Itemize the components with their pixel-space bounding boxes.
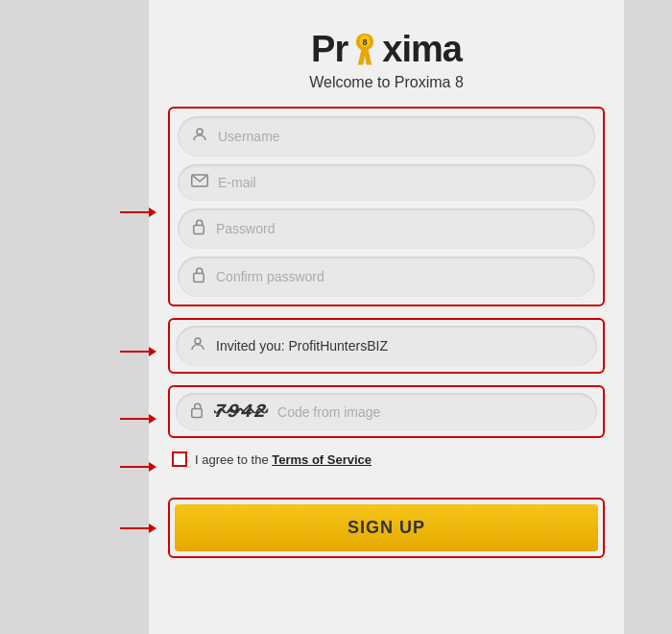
terms-row: I agree to the Terms of Service — [168, 451, 605, 467]
signup-button-box: SIGN UP — [168, 498, 605, 558]
invited-user-icon — [189, 335, 206, 356]
invited-box — [168, 318, 605, 374]
captcha-input[interactable] — [277, 404, 584, 420]
arrow-captcha — [120, 414, 156, 424]
confirm-password-field[interactable] — [178, 256, 595, 297]
password-field[interactable] — [178, 208, 595, 249]
main-form-box — [168, 107, 605, 306]
captcha-inner[interactable]: 7942 — [176, 393, 597, 430]
terms-checkbox[interactable] — [172, 451, 187, 467]
username-input[interactable] — [218, 129, 582, 144]
captcha-lock-icon — [189, 402, 204, 423]
logo-text-after: xima — [382, 29, 462, 70]
invited-input[interactable] — [216, 338, 584, 354]
arrow-signup — [120, 524, 156, 533]
page-wrapper: Pr 8 xima Welcome to Proxima 8 — [0, 0, 672, 634]
main-fields-wrapper — [168, 107, 605, 318]
svg-point-2 — [197, 129, 203, 134]
terms-label: I agree to the Terms of Service — [195, 452, 372, 467]
svg-rect-5 — [194, 274, 204, 282]
signup-button[interactable]: SIGN UP — [175, 504, 598, 551]
svg-text:8: 8 — [363, 37, 368, 47]
email-input[interactable] — [218, 175, 582, 190]
invited-field[interactable] — [176, 326, 597, 366]
signup-wrapper: SIGN UP — [168, 498, 605, 558]
terms-link[interactable]: Terms of Service — [272, 452, 372, 467]
lock-icon — [191, 218, 206, 239]
lock-confirm-icon — [191, 266, 206, 287]
logo: Pr 8 xima — [311, 29, 462, 70]
right-sidebar — [624, 0, 672, 634]
invited-wrapper — [168, 318, 605, 385]
terms-prefix: I agree to the — [195, 452, 272, 467]
email-icon — [191, 174, 208, 191]
logo-text-before: Pr — [311, 29, 348, 70]
welcome-text: Welcome to Proxima 8 — [309, 74, 464, 91]
confirm-password-input[interactable] — [216, 269, 582, 284]
captcha-box: 7942 — [168, 385, 605, 438]
password-input[interactable] — [216, 221, 582, 236]
user-icon — [191, 126, 208, 147]
arrow-main-fields — [120, 207, 156, 217]
arrow-checkbox — [120, 462, 156, 472]
svg-point-6 — [195, 338, 201, 344]
svg-rect-4 — [194, 226, 204, 234]
left-sidebar — [0, 0, 149, 634]
arrow-invited — [120, 347, 156, 356]
checkbox-wrapper: I agree to the Terms of Service — [168, 451, 605, 482]
svg-rect-7 — [192, 408, 203, 417]
logo-icon: 8 — [349, 32, 380, 68]
email-field[interactable] — [178, 164, 595, 201]
captcha-wrapper: 7942 — [168, 385, 605, 451]
username-field[interactable] — [178, 116, 595, 157]
captcha-image: 7942 — [213, 401, 269, 423]
main-content: Pr 8 xima Welcome to Proxima 8 — [149, 0, 624, 634]
